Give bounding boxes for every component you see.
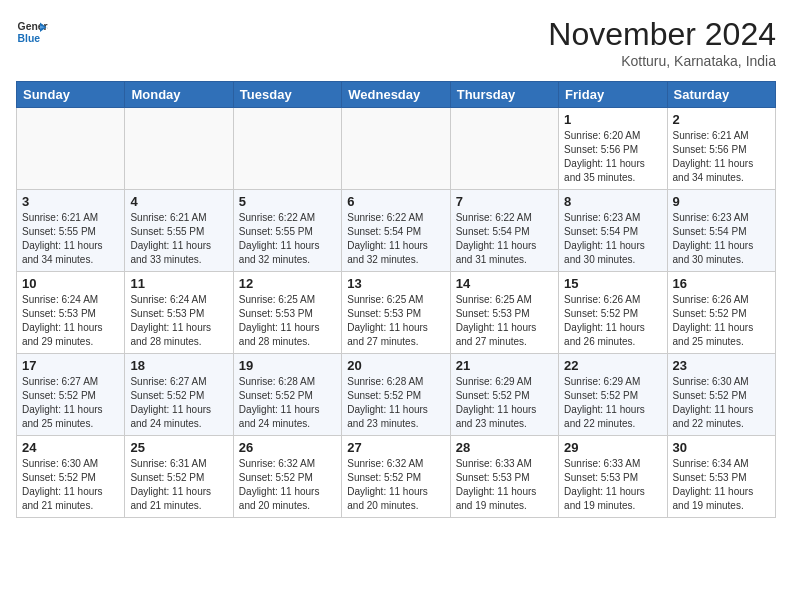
day-info: Sunrise: 6:22 AM Sunset: 5:55 PM Dayligh… <box>239 211 336 267</box>
day-info: Sunrise: 6:22 AM Sunset: 5:54 PM Dayligh… <box>347 211 444 267</box>
calendar-week-row: 3Sunrise: 6:21 AM Sunset: 5:55 PM Daylig… <box>17 190 776 272</box>
day-number: 27 <box>347 440 444 455</box>
calendar-week-row: 10Sunrise: 6:24 AM Sunset: 5:53 PM Dayli… <box>17 272 776 354</box>
calendar-day-cell: 1Sunrise: 6:20 AM Sunset: 5:56 PM Daylig… <box>559 108 667 190</box>
day-number: 20 <box>347 358 444 373</box>
day-number: 12 <box>239 276 336 291</box>
calendar-day-cell: 26Sunrise: 6:32 AM Sunset: 5:52 PM Dayli… <box>233 436 341 518</box>
logo-icon: General Blue <box>16 16 48 48</box>
calendar-day-cell <box>17 108 125 190</box>
day-info: Sunrise: 6:30 AM Sunset: 5:52 PM Dayligh… <box>673 375 770 431</box>
calendar-day-cell: 19Sunrise: 6:28 AM Sunset: 5:52 PM Dayli… <box>233 354 341 436</box>
day-info: Sunrise: 6:21 AM Sunset: 5:55 PM Dayligh… <box>130 211 227 267</box>
day-number: 4 <box>130 194 227 209</box>
day-info: Sunrise: 6:25 AM Sunset: 5:53 PM Dayligh… <box>239 293 336 349</box>
day-info: Sunrise: 6:23 AM Sunset: 5:54 PM Dayligh… <box>673 211 770 267</box>
calendar-day-cell: 3Sunrise: 6:21 AM Sunset: 5:55 PM Daylig… <box>17 190 125 272</box>
day-number: 2 <box>673 112 770 127</box>
calendar-day-cell: 13Sunrise: 6:25 AM Sunset: 5:53 PM Dayli… <box>342 272 450 354</box>
day-number: 15 <box>564 276 661 291</box>
calendar-day-cell: 16Sunrise: 6:26 AM Sunset: 5:52 PM Dayli… <box>667 272 775 354</box>
calendar-day-cell: 5Sunrise: 6:22 AM Sunset: 5:55 PM Daylig… <box>233 190 341 272</box>
day-info: Sunrise: 6:24 AM Sunset: 5:53 PM Dayligh… <box>130 293 227 349</box>
day-info: Sunrise: 6:26 AM Sunset: 5:52 PM Dayligh… <box>564 293 661 349</box>
calendar-day-cell: 23Sunrise: 6:30 AM Sunset: 5:52 PM Dayli… <box>667 354 775 436</box>
day-number: 3 <box>22 194 119 209</box>
calendar-week-row: 1Sunrise: 6:20 AM Sunset: 5:56 PM Daylig… <box>17 108 776 190</box>
day-number: 29 <box>564 440 661 455</box>
calendar-day-cell: 4Sunrise: 6:21 AM Sunset: 5:55 PM Daylig… <box>125 190 233 272</box>
calendar-day-cell <box>450 108 558 190</box>
day-number: 21 <box>456 358 553 373</box>
calendar-day-cell: 30Sunrise: 6:34 AM Sunset: 5:53 PM Dayli… <box>667 436 775 518</box>
calendar-day-header: Thursday <box>450 82 558 108</box>
calendar-day-cell: 8Sunrise: 6:23 AM Sunset: 5:54 PM Daylig… <box>559 190 667 272</box>
day-info: Sunrise: 6:22 AM Sunset: 5:54 PM Dayligh… <box>456 211 553 267</box>
day-info: Sunrise: 6:34 AM Sunset: 5:53 PM Dayligh… <box>673 457 770 513</box>
day-number: 28 <box>456 440 553 455</box>
svg-text:Blue: Blue <box>18 33 41 44</box>
day-number: 1 <box>564 112 661 127</box>
calendar-day-cell: 18Sunrise: 6:27 AM Sunset: 5:52 PM Dayli… <box>125 354 233 436</box>
day-info: Sunrise: 6:33 AM Sunset: 5:53 PM Dayligh… <box>456 457 553 513</box>
calendar-day-cell: 11Sunrise: 6:24 AM Sunset: 5:53 PM Dayli… <box>125 272 233 354</box>
day-info: Sunrise: 6:21 AM Sunset: 5:55 PM Dayligh… <box>22 211 119 267</box>
calendar-day-cell: 14Sunrise: 6:25 AM Sunset: 5:53 PM Dayli… <box>450 272 558 354</box>
day-number: 26 <box>239 440 336 455</box>
calendar-day-cell: 7Sunrise: 6:22 AM Sunset: 5:54 PM Daylig… <box>450 190 558 272</box>
page-header: General Blue November 2024 Kotturu, Karn… <box>16 16 776 69</box>
month-title: November 2024 <box>548 16 776 53</box>
day-number: 5 <box>239 194 336 209</box>
day-number: 16 <box>673 276 770 291</box>
calendar-table: SundayMondayTuesdayWednesdayThursdayFrid… <box>16 81 776 518</box>
day-number: 17 <box>22 358 119 373</box>
calendar-day-cell: 25Sunrise: 6:31 AM Sunset: 5:52 PM Dayli… <box>125 436 233 518</box>
calendar-day-cell <box>342 108 450 190</box>
day-info: Sunrise: 6:32 AM Sunset: 5:52 PM Dayligh… <box>347 457 444 513</box>
day-info: Sunrise: 6:20 AM Sunset: 5:56 PM Dayligh… <box>564 129 661 185</box>
day-info: Sunrise: 6:26 AM Sunset: 5:52 PM Dayligh… <box>673 293 770 349</box>
day-number: 24 <box>22 440 119 455</box>
day-info: Sunrise: 6:24 AM Sunset: 5:53 PM Dayligh… <box>22 293 119 349</box>
calendar-day-header: Wednesday <box>342 82 450 108</box>
day-info: Sunrise: 6:28 AM Sunset: 5:52 PM Dayligh… <box>239 375 336 431</box>
calendar-day-header: Tuesday <box>233 82 341 108</box>
calendar-day-cell: 29Sunrise: 6:33 AM Sunset: 5:53 PM Dayli… <box>559 436 667 518</box>
day-info: Sunrise: 6:29 AM Sunset: 5:52 PM Dayligh… <box>456 375 553 431</box>
day-number: 8 <box>564 194 661 209</box>
day-info: Sunrise: 6:27 AM Sunset: 5:52 PM Dayligh… <box>130 375 227 431</box>
day-info: Sunrise: 6:25 AM Sunset: 5:53 PM Dayligh… <box>347 293 444 349</box>
calendar-day-cell: 22Sunrise: 6:29 AM Sunset: 5:52 PM Dayli… <box>559 354 667 436</box>
calendar-day-cell: 2Sunrise: 6:21 AM Sunset: 5:56 PM Daylig… <box>667 108 775 190</box>
day-number: 18 <box>130 358 227 373</box>
day-info: Sunrise: 6:23 AM Sunset: 5:54 PM Dayligh… <box>564 211 661 267</box>
day-number: 30 <box>673 440 770 455</box>
calendar-day-cell: 20Sunrise: 6:28 AM Sunset: 5:52 PM Dayli… <box>342 354 450 436</box>
calendar-day-header: Saturday <box>667 82 775 108</box>
title-block: November 2024 Kotturu, Karnataka, India <box>548 16 776 69</box>
calendar-day-cell <box>125 108 233 190</box>
day-info: Sunrise: 6:28 AM Sunset: 5:52 PM Dayligh… <box>347 375 444 431</box>
day-info: Sunrise: 6:30 AM Sunset: 5:52 PM Dayligh… <box>22 457 119 513</box>
calendar-week-row: 17Sunrise: 6:27 AM Sunset: 5:52 PM Dayli… <box>17 354 776 436</box>
calendar-day-cell: 15Sunrise: 6:26 AM Sunset: 5:52 PM Dayli… <box>559 272 667 354</box>
calendar-day-cell: 10Sunrise: 6:24 AM Sunset: 5:53 PM Dayli… <box>17 272 125 354</box>
location: Kotturu, Karnataka, India <box>548 53 776 69</box>
calendar-day-cell <box>233 108 341 190</box>
calendar-day-cell: 17Sunrise: 6:27 AM Sunset: 5:52 PM Dayli… <box>17 354 125 436</box>
day-number: 14 <box>456 276 553 291</box>
day-number: 25 <box>130 440 227 455</box>
day-info: Sunrise: 6:31 AM Sunset: 5:52 PM Dayligh… <box>130 457 227 513</box>
calendar-day-cell: 28Sunrise: 6:33 AM Sunset: 5:53 PM Dayli… <box>450 436 558 518</box>
calendar-day-header: Sunday <box>17 82 125 108</box>
calendar-day-cell: 27Sunrise: 6:32 AM Sunset: 5:52 PM Dayli… <box>342 436 450 518</box>
day-info: Sunrise: 6:21 AM Sunset: 5:56 PM Dayligh… <box>673 129 770 185</box>
day-number: 11 <box>130 276 227 291</box>
day-number: 22 <box>564 358 661 373</box>
day-number: 7 <box>456 194 553 209</box>
day-number: 9 <box>673 194 770 209</box>
day-info: Sunrise: 6:32 AM Sunset: 5:52 PM Dayligh… <box>239 457 336 513</box>
day-info: Sunrise: 6:29 AM Sunset: 5:52 PM Dayligh… <box>564 375 661 431</box>
calendar-day-cell: 12Sunrise: 6:25 AM Sunset: 5:53 PM Dayli… <box>233 272 341 354</box>
day-number: 6 <box>347 194 444 209</box>
